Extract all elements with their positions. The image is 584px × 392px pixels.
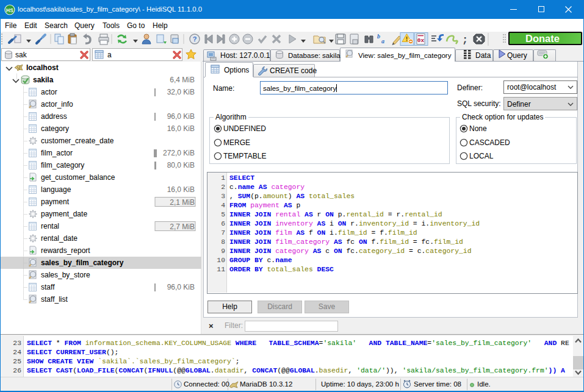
- svg-text:a: a: [381, 38, 384, 45]
- svg-text:?: ?: [193, 35, 197, 43]
- svg-text:;: ;: [462, 34, 468, 46]
- svg-text:0x: 0x: [417, 37, 425, 44]
- svg-text:b: b: [377, 33, 380, 40]
- svg-text:HS: HS: [6, 7, 13, 13]
